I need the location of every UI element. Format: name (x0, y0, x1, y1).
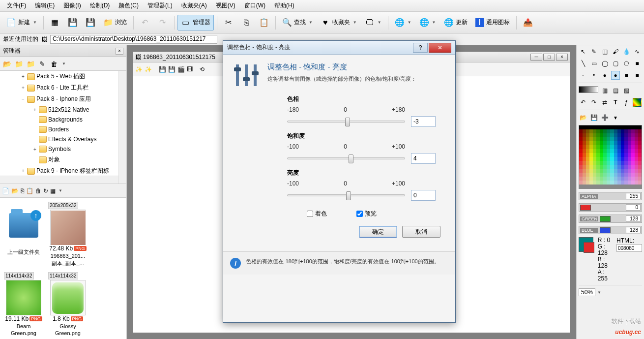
poly-tool[interactable]: ⬠ (622, 59, 631, 68)
size-1[interactable]: · (579, 71, 587, 80)
colorize-checkbox[interactable]: 着色 (307, 210, 327, 218)
update-button[interactable]: 🌐更新 (440, 15, 471, 31)
grid-view-button[interactable]: ▦ (47, 15, 63, 31)
menu-view[interactable]: 视图(V) (212, 0, 239, 11)
blue-channel[interactable]: BLUE128 (579, 226, 642, 234)
thumb-copy-button[interactable]: ⎘ (21, 187, 24, 194)
doc-min-button[interactable]: ─ (530, 54, 542, 61)
tree-node[interactable]: Backgrounds (0, 115, 126, 124)
doc-tool-3[interactable]: 💾 (159, 66, 166, 73)
browse-button[interactable]: 📁浏览 (100, 15, 130, 31)
doc-max-button[interactable]: □ (543, 54, 555, 61)
saturation-input[interactable] (411, 153, 436, 164)
thumb-new-button[interactable]: 📄 (2, 187, 9, 194)
doc-tool-5[interactable]: 🎬 (177, 66, 185, 73)
doc-tool-6[interactable]: 🎞 (187, 66, 193, 73)
doc-close-button[interactable]: × (556, 54, 568, 61)
fill-rect-tool[interactable]: ■ (633, 59, 642, 68)
menu-edit[interactable]: 编辑(E) (31, 0, 59, 11)
eraser-tool[interactable]: ◫ (600, 47, 609, 56)
find-button[interactable]: 🔍查找▼ (279, 15, 316, 31)
dialog-help-button[interactable]: ? (413, 43, 428, 53)
doc-tool-7[interactable]: ⟲ (200, 66, 205, 73)
preview-checkbox[interactable]: 预览 (356, 210, 377, 218)
web-button[interactable]: 🌐▼ (391, 15, 415, 31)
tree-scrollbar-v[interactable] (118, 71, 126, 184)
manager-button[interactable]: ▭管理器 (177, 15, 214, 31)
picker-tool[interactable]: 💧 (622, 47, 631, 56)
grad-tool-1[interactable]: ▥ (600, 86, 609, 95)
hue-input[interactable] (411, 116, 436, 127)
size-2[interactable]: • (589, 71, 598, 80)
addr-path[interactable]: C:\Users\Administrator\Desktop\196863_20… (50, 35, 217, 44)
gradient-swatch[interactable] (579, 86, 598, 93)
tree-node[interactable]: +Pack 9 - iPhone 标签栏图标 (0, 165, 126, 177)
thumb-item-0[interactable]: 205x205x32 72.48 KbPNG 196863_201... 副本_… (48, 202, 88, 267)
size-6[interactable]: ■ (633, 71, 642, 80)
fx-tool[interactable]: ƒ (622, 98, 631, 107)
generic-icon-button[interactable]: I通用图标 (472, 15, 513, 31)
size-4[interactable]: ● (611, 71, 620, 80)
menu-window[interactable]: 窗口(W) (240, 0, 269, 11)
dialog-titlebar[interactable]: 调整色相 - 饱和度 - 亮度 ? ✕ (223, 41, 455, 55)
line-tool[interactable]: ╲ (579, 59, 587, 68)
thumb-paste-button[interactable]: 📋 (26, 187, 33, 194)
doc-tool-2[interactable]: ✨ (145, 66, 152, 73)
doc-tool-4[interactable]: 💾 (168, 66, 176, 73)
tree-node[interactable]: +Pack 6 - Lite 工具栏 (0, 82, 126, 93)
menu-favorites[interactable]: 收藏夹(A) (177, 0, 211, 11)
size-5[interactable]: ■ (622, 71, 631, 80)
export-button[interactable]: 📤 (520, 15, 536, 31)
brush-tool[interactable]: 🖌 (611, 47, 620, 56)
rect-tool[interactable]: ▭ (589, 59, 598, 68)
rotate-r[interactable]: ↷ (589, 98, 598, 107)
folder-button[interactable]: 📁 (14, 59, 24, 69)
rotate-l[interactable]: ↶ (579, 98, 587, 107)
menu-draw[interactable]: 绘制(D) (86, 0, 114, 11)
save-tool[interactable]: 💾 (589, 113, 598, 122)
color-tool[interactable] (633, 98, 642, 107)
grad-tool-2[interactable]: ▤ (611, 86, 620, 95)
rename-button[interactable]: ✎ (37, 59, 47, 69)
doc-tool-1[interactable]: ✨ (135, 66, 143, 73)
green-channel[interactable]: GREEN128 (579, 215, 642, 223)
secondary-color[interactable] (584, 242, 594, 253)
add-tool[interactable]: ➕ (600, 113, 609, 122)
favorites-button[interactable]: ♥收藏夹▼ (317, 15, 360, 31)
save-button[interactable]: 💾 (64, 15, 81, 31)
size-3[interactable]: ● (600, 71, 609, 80)
red-channel[interactable]: 0 (579, 203, 642, 212)
text-tool[interactable]: T (611, 98, 620, 107)
pointer-tool[interactable]: ↖ (579, 47, 587, 56)
zoom-value[interactable]: 50% (579, 288, 595, 296)
menu-file[interactable]: 文件(F) (3, 0, 30, 11)
thumb-open-button[interactable]: 📂 (11, 187, 19, 194)
open-folder-button[interactable]: 📂 (2, 59, 12, 69)
web-button-2[interactable]: 🌐▼ (416, 15, 439, 31)
folder-tree[interactable]: +Pack 5 - Web 插图+Pack 6 - Lite 工具栏−Pack … (0, 71, 126, 184)
menu-help[interactable]: 帮助(H) (270, 0, 298, 11)
thumb-refresh-button[interactable]: ↻ (43, 187, 48, 194)
save-as-button[interactable]: 💾 (82, 15, 99, 31)
flip-tool[interactable]: ⇄ (600, 98, 609, 107)
tree-node[interactable]: Borders (0, 124, 126, 134)
tree-node[interactable]: +512x512 Native (0, 105, 126, 115)
tree-node[interactable]: 对象 (0, 154, 126, 165)
cut-button[interactable]: ✂ (220, 15, 237, 31)
tree-node[interactable]: −Pack 8 - Iphone 应用 (0, 93, 126, 105)
brightness-slider[interactable] (287, 194, 405, 196)
new-folder-button[interactable]: 📁 (26, 59, 35, 69)
dialog-close-button[interactable]: ✕ (429, 43, 451, 53)
tree-node[interactable]: +Symbols (0, 144, 126, 154)
thumb-item-1[interactable]: 114x114x32 19.11 KbPNG Beam Green.png (4, 272, 43, 336)
alpha-channel[interactable]: ALPHA255 (579, 192, 642, 200)
undo-button[interactable]: ↶ (137, 15, 153, 31)
pencil-tool[interactable]: ✎ (589, 47, 598, 56)
menu-color[interactable]: 颜色(C) (115, 0, 143, 11)
hue-slider[interactable] (287, 121, 405, 123)
up-folder-thumb[interactable]: ↑ 上一级文件夹 (4, 202, 43, 267)
panel-close-button[interactable]: × (116, 48, 123, 55)
saturation-slider[interactable] (287, 157, 405, 159)
brightness-input[interactable] (411, 190, 436, 201)
thumb-delete-button[interactable]: 🗑 (35, 187, 41, 194)
